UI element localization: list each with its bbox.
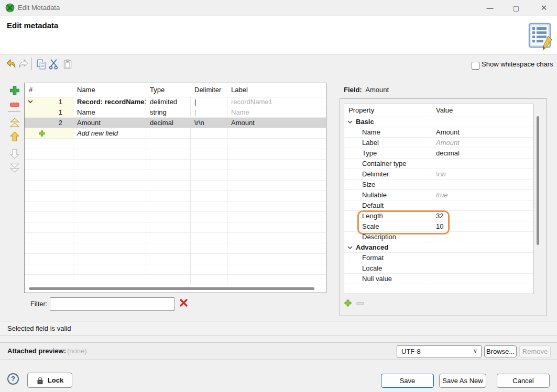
prop-value[interactable] <box>431 263 533 273</box>
add-property-icon[interactable] <box>344 299 352 307</box>
move-up-icon[interactable] <box>9 131 20 142</box>
undo-icon[interactable] <box>5 59 17 70</box>
field-caption-label: Field: <box>344 86 362 94</box>
toolbar-separator <box>31 58 32 70</box>
row-number: 1 <box>59 107 62 117</box>
move-top-icon[interactable] <box>9 117 20 128</box>
row-number: 2 <box>59 118 62 128</box>
col-header-label[interactable]: Label <box>227 83 326 97</box>
col-header-delimiter[interactable]: Delimiter <box>190 83 227 97</box>
record-label: recordName1 <box>227 97 326 107</box>
add-row-plus-icon[interactable] <box>38 130 46 137</box>
cut-icon[interactable] <box>48 59 60 70</box>
minimize-icon[interactable]: — <box>478 0 501 16</box>
properties-table: Property Value Basic Name Amount Label A… <box>344 104 534 294</box>
field-label: Amount <box>227 118 326 128</box>
attached-preview-bar: Attached preview: (none) UTF-8 ∨ Browse.… <box>0 342 557 360</box>
field-type: string <box>146 107 190 117</box>
table-row-name[interactable]: 1 Name string | Name <box>25 107 326 118</box>
filter-clear-icon[interactable] <box>179 298 188 307</box>
field-label: Name <box>227 107 326 117</box>
show-whitespace-label: Show whitespace chars <box>482 60 553 68</box>
prop-group-advanced[interactable]: Advanced <box>344 242 533 253</box>
copy-icon[interactable] <box>36 59 47 70</box>
add-field-icon[interactable] <box>9 85 20 96</box>
clover-logo-icon <box>5 3 15 13</box>
field-caption-value: Amount <box>365 86 389 94</box>
help-glyph: ? <box>11 375 15 383</box>
maximize-icon[interactable]: ▢ <box>505 0 528 16</box>
prop-group-basic[interactable]: Basic <box>344 117 533 127</box>
title-bar: Edit Metadata — ▢ ✕ <box>0 0 557 16</box>
chevron-down-icon[interactable] <box>28 99 33 104</box>
show-whitespace-checkbox[interactable] <box>472 62 479 70</box>
prop-value[interactable] <box>431 274 533 284</box>
help-icon[interactable]: ? <box>7 373 19 385</box>
move-down-icon <box>9 148 20 160</box>
length-scale-highlight <box>357 210 450 234</box>
field-name: Amount <box>73 118 146 128</box>
prop-value[interactable]: true <box>431 190 533 200</box>
lock-button[interactable]: Lock <box>27 373 72 388</box>
row-number: 1 <box>59 97 62 107</box>
prop-row-format[interactable]: Format <box>344 253 533 263</box>
horizontal-scrollbar[interactable] <box>29 287 314 290</box>
chevron-down-icon[interactable] <box>347 120 353 124</box>
encoding-select[interactable]: UTF-8 ∨ <box>397 345 482 357</box>
col-header-name[interactable]: Name <box>73 83 146 97</box>
prop-value[interactable] <box>431 253 533 263</box>
prop-col-header[interactable]: Property <box>344 104 431 114</box>
prop-value[interactable]: \r\n <box>431 169 533 179</box>
prop-row-size[interactable]: Size <box>344 180 533 190</box>
left-toolbar-separator <box>8 111 20 112</box>
move-bottom-icon <box>9 162 20 174</box>
prop-row-nullable[interactable]: Nullable true <box>344 190 533 200</box>
window-title: Edit Metadata <box>18 0 60 16</box>
empty-rows <box>25 139 326 285</box>
prop-value[interactable] <box>431 159 533 169</box>
field-caption: Field: Amount <box>344 86 389 94</box>
status-message: Selected field is valid <box>7 324 71 332</box>
prop-value[interactable]: Amount <box>431 138 533 148</box>
prop-row-null-value[interactable]: Null value <box>344 274 533 284</box>
save-as-new-button[interactable]: Save As New <box>439 374 486 388</box>
properties-table-header: Property Value <box>344 104 533 117</box>
field-type: decimal <box>146 118 190 128</box>
prop-row-locale[interactable]: Locale <box>344 263 533 274</box>
remove-button: Remove <box>519 345 551 357</box>
prop-row-delimiter[interactable]: Delimiter \r\n <box>344 169 533 180</box>
prop-row-default[interactable]: Default <box>344 200 533 211</box>
filter-input[interactable] <box>50 297 175 311</box>
browse-button[interactable]: Browse... <box>484 345 517 357</box>
table-row-record[interactable]: 1 Record: recordName1 delimited | record… <box>25 97 326 107</box>
prop-row-type[interactable]: Type decimal <box>344 148 533 159</box>
dialog-header: Edit metadata <box>0 16 557 55</box>
table-row-amount[interactable]: 2 Amount decimal \r\n Amount <box>25 118 326 128</box>
record-name: Record: recordName1 <box>73 97 146 107</box>
col-header-type[interactable]: Type <box>146 83 190 97</box>
table-row-add-new-field[interactable]: Add new field <box>25 128 326 139</box>
record-delimiter: | <box>190 97 227 107</box>
chevron-down-icon: ∨ <box>473 348 477 354</box>
chevron-down-icon[interactable] <box>347 245 353 250</box>
attached-preview-value: (none) <box>67 347 87 355</box>
prop-row-name[interactable]: Name Amount <box>344 127 533 138</box>
save-button[interactable]: Save <box>381 374 434 388</box>
close-icon[interactable]: ✕ <box>532 0 555 16</box>
prop-value[interactable] <box>431 180 533 189</box>
remove-field-icon[interactable] <box>9 99 20 110</box>
encoding-value: UTF-8 <box>401 347 421 356</box>
col-header-num[interactable]: # <box>25 83 73 97</box>
value-col-header[interactable]: Value <box>431 104 533 114</box>
cancel-button[interactable]: Cancel <box>497 374 550 388</box>
prop-value[interactable] <box>431 200 533 210</box>
prop-value[interactable]: decimal <box>431 148 533 158</box>
attached-preview-label: Attached preview: <box>7 347 66 355</box>
prop-row-container-type[interactable]: Container type <box>344 159 533 169</box>
fields-table-header: # Name Type Delimiter Label <box>25 83 326 97</box>
prop-row-label[interactable]: Label Amount <box>344 138 533 148</box>
prop-value[interactable]: Amount <box>431 127 533 137</box>
paste-icon <box>62 59 73 70</box>
vertical-scrollbar[interactable] <box>537 116 539 245</box>
lock-icon <box>36 376 44 385</box>
